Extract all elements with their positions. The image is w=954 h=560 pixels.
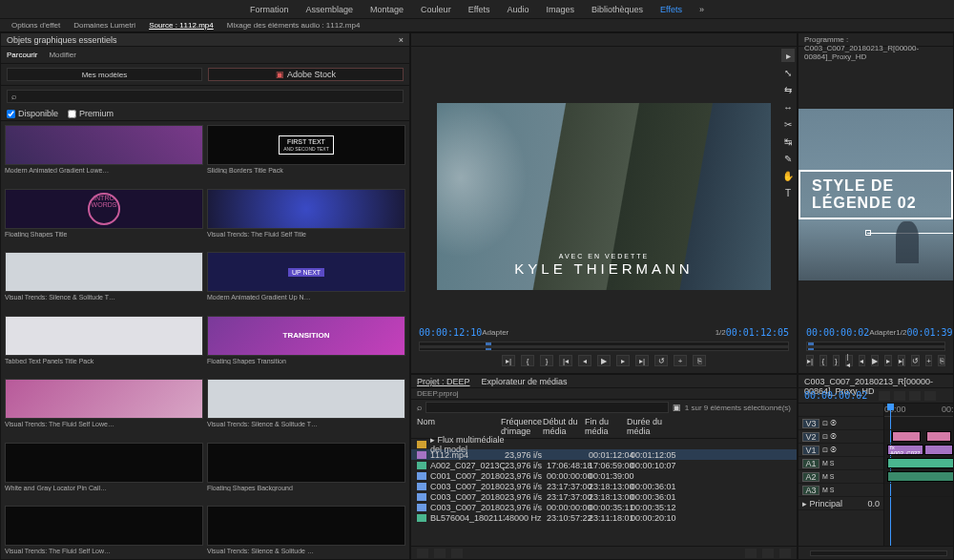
eg-template-item[interactable]: Visual Trends: Silence & Solitude T… [207, 379, 405, 439]
transport-btn-6[interactable]: ▸ [884, 355, 892, 366]
project-col[interactable]: Nom [417, 417, 501, 436]
project-row[interactable]: C001_C007_20180213_R[00…23,976 i/s00:00:… [411, 470, 797, 481]
track-head-V3[interactable]: V3⊡ ⦿ [798, 417, 883, 430]
close-icon[interactable]: × [399, 35, 404, 44]
new-bin-icon[interactable] [745, 549, 757, 558]
my-templates-pill[interactable]: Mes modèles [7, 68, 202, 81]
project-col[interactable]: Durée du média [627, 417, 669, 436]
source-fit[interactable]: Adapter [482, 328, 508, 337]
program-scrubber[interactable] [806, 342, 945, 351]
source-scrubber[interactable] [419, 342, 789, 351]
transport-btn-1[interactable]: { [521, 355, 534, 366]
transport-btn-9[interactable]: + [674, 355, 687, 366]
transport-btn-0[interactable]: ▸| [806, 355, 814, 366]
menu-formation[interactable]: Formation [250, 5, 289, 14]
eg-template-item[interactable]: Floating Shapes Background [207, 443, 405, 503]
master-track[interactable]: ▸ Principal0.0 [798, 497, 883, 510]
transport-btn-7[interactable]: ▸| [898, 355, 905, 366]
program-zoom[interactable]: 1/2 [896, 328, 906, 337]
eg-template-item[interactable]: Modern Animated Gradient Lowe… [5, 125, 203, 185]
wstab-1[interactable]: Domaines Lumetri [73, 21, 135, 30]
transport-btn-4[interactable]: ◂ [578, 355, 591, 366]
project-row[interactable]: C003_C007_20180213_R[00…23,976 i/s00:00:… [411, 502, 797, 512]
eg-search-input[interactable] [16, 93, 399, 101]
available-checkbox[interactable]: Disponible [7, 109, 58, 118]
menu-images[interactable]: Images [547, 5, 575, 14]
menu-»[interactable]: » [699, 5, 704, 14]
transport-btn-7[interactable]: ▸| [635, 355, 649, 366]
eg-template-item[interactable]: Visual Trends: The Fluid Self Title [207, 189, 405, 249]
transport-btn-3[interactable]: |◂ [845, 355, 853, 366]
track-head-V1[interactable]: V1⊡ ⦿ [798, 444, 883, 457]
program-tc-in[interactable]: 00:00:00:02 [806, 327, 869, 338]
menu-audio[interactable]: Audio [508, 5, 529, 14]
freeform-view-icon[interactable] [451, 549, 463, 558]
eg-template-item[interactable]: Visual Trends: The Fluid Self Low… [5, 506, 203, 560]
timeline-tc[interactable]: 00:00:00:02 [798, 388, 873, 403]
eg-template-item[interactable]: Floating Shapes Title [5, 189, 203, 249]
wstab-2[interactable]: Source : 1112.mp4 [149, 21, 214, 30]
project-row[interactable]: A002_C027_0213Q7.mov23,976 i/s17:06:48:1… [411, 460, 797, 470]
icon-view-icon[interactable] [434, 549, 446, 558]
source-zoom[interactable]: 1/2 [716, 328, 726, 337]
eg-template-item[interactable]: Visual Trends: The Fluid Self Lowe… [5, 379, 203, 439]
timeline-ruler[interactable]: 00:0000:00:14:2300:00:29:2300:00:44:2200… [884, 404, 953, 417]
eg-template-item[interactable]: Tabbed Text Panels Title Pack [5, 316, 203, 376]
transport-btn-6[interactable]: ▸ [616, 355, 630, 366]
transport-btn-3[interactable]: |◂ [559, 355, 572, 366]
wstab-0[interactable]: Options d'effet [11, 21, 60, 30]
eg-template-item[interactable]: FIRST TEXTAND SECOND TEXTSliding Borders… [207, 125, 405, 185]
premium-checkbox[interactable]: Premium [68, 109, 114, 118]
program-fit[interactable]: Adapter [869, 328, 896, 337]
linked-sel-icon[interactable] [894, 391, 905, 401]
transport-btn-9[interactable]: + [925, 355, 933, 366]
adobe-stock-pill[interactable]: ▣Adobe Stock [208, 68, 404, 81]
menu-montage[interactable]: Montage [370, 5, 404, 14]
project-row[interactable]: BL576004_180211313.mov48000 Hz23:10:57:2… [411, 512, 797, 523]
track-head-V2[interactable]: V2⊡ ⦿ [798, 430, 883, 444]
transport-btn-2[interactable]: } [833, 355, 840, 366]
menu-assemblage[interactable]: Assemblage [306, 5, 354, 14]
project-row[interactable]: ▸ Flux multimédiale del model [411, 439, 797, 449]
transport-btn-10[interactable]: ⎘ [693, 355, 706, 366]
track-head-A2[interactable]: A2M S [798, 470, 883, 484]
program-viewport[interactable]: STYLE DE LÉGENDE 02 [798, 47, 953, 323]
timeline-zoom-scroll[interactable] [810, 550, 947, 556]
eg-tab-modifier[interactable]: Modifier [49, 51, 75, 59]
project-row[interactable]: 1112.mp423,976 i/s00:01:12:0400:01:12:05 [411, 449, 797, 460]
project-col[interactable]: Fréquence d'image [501, 417, 543, 436]
project-tab-1[interactable]: Explorateur de médias [482, 377, 568, 385]
menu-effets[interactable]: Effets [468, 5, 490, 14]
wstab-3[interactable]: Mixage des éléments audio : 1112.mp4 [227, 21, 361, 30]
eg-search[interactable]: ⌕ [7, 90, 404, 103]
track-a1[interactable] [884, 457, 953, 470]
project-tab-0[interactable]: Projet : DEEP [417, 377, 470, 385]
source-viewport[interactable]: AVEC EN VEDETTE KYLE THIERMANN [411, 47, 797, 323]
track-a3[interactable] [884, 484, 953, 497]
snap-icon[interactable] [879, 391, 890, 401]
menu-couleur[interactable]: Couleur [421, 5, 451, 14]
project-row[interactable]: C003_C007_20180213_R[00…23,976 i/s23:17:… [411, 481, 797, 491]
eg-template-item[interactable]: Visual Trends: Silence & Solitude … [207, 506, 405, 560]
track-head-A1[interactable]: A1M S [798, 457, 883, 470]
eg-template-item[interactable]: White and Gray Locator Pin Call… [5, 443, 203, 503]
settings-icon[interactable] [924, 391, 936, 401]
legend-title-box[interactable]: STYLE DE LÉGENDE 02 [798, 170, 953, 219]
transport-btn-5[interactable]: ▶ [597, 355, 611, 366]
transport-btn-2[interactable]: } [540, 355, 553, 366]
eg-template-item[interactable]: Visual Trends: Silence & Solitude T… [5, 252, 203, 312]
transport-btn-10[interactable]: ⎘ [938, 355, 945, 366]
new-item-icon[interactable] [762, 549, 774, 558]
eg-template-item[interactable]: TRANSITIONFloating Shapes Transition [207, 316, 405, 376]
transport-btn-8[interactable]: ↺ [911, 355, 920, 366]
track-a2[interactable] [884, 470, 953, 484]
project-search-input[interactable] [425, 402, 669, 413]
track-v2[interactable] [884, 430, 953, 444]
project-col[interactable]: Début du média [543, 417, 585, 436]
track-v3[interactable] [884, 417, 953, 430]
eg-tab-parcourir[interactable]: Parcourir [7, 51, 37, 59]
bin-icon[interactable]: ▣ [673, 403, 681, 412]
transport-btn-4[interactable]: ◂ [859, 355, 866, 366]
trash-icon[interactable] [779, 549, 791, 558]
timeline-tracks[interactable]: 00:0000:00:14:2300:00:29:2300:00:44:2200… [884, 404, 953, 547]
